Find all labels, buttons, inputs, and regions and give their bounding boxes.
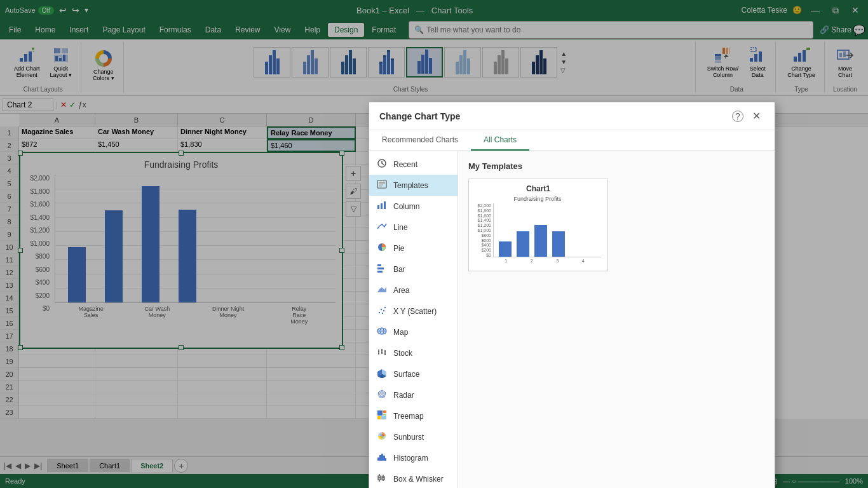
chart-type-content: My Templates Chart1 Fundraising Profits … (458, 151, 775, 419)
chart-type-recent[interactable]: Recent (369, 154, 458, 175)
ty-2000: $2,000 (478, 203, 491, 208)
template-x-2: 2 (531, 259, 533, 263)
ty-600: $600 (481, 238, 491, 243)
my-templates-label: My Templates (468, 161, 764, 171)
template-bars-wrapper: $2,000 $1,800 $1,600 $1,400 $1,200 $1,00… (474, 203, 601, 257)
map-icon (377, 326, 388, 338)
modal-header-icons: ? ✕ (732, 109, 764, 123)
ty-400: $400 (481, 243, 491, 247)
svg-rect-69 (377, 410, 383, 416)
template-x-1: 1 (505, 259, 507, 263)
chart-type-surface-label: Surface (393, 370, 419, 379)
modal-body: Recent Templates Column (369, 151, 775, 419)
svg-rect-71 (383, 414, 386, 416)
svg-rect-73 (381, 416, 386, 419)
chart-type-templates[interactable]: Templates (369, 175, 458, 196)
template-card[interactable]: Chart1 Fundraising Profits $2,000 $1,800… (468, 179, 608, 271)
modal-tabs: Recommended Charts All Charts (369, 130, 775, 151)
template-chart-title: Fundraising Profits (474, 196, 601, 202)
chart-type-xy-scatter[interactable]: X Y (Scatter) (369, 301, 458, 322)
bar-icon (377, 263, 388, 275)
template-bar-1 (499, 241, 512, 257)
xy-scatter-icon (377, 305, 388, 317)
chart-type-map-label: Map (393, 328, 408, 337)
area-icon (377, 284, 388, 296)
stock-icon (377, 347, 388, 359)
ty-1400: $1,400 (478, 218, 491, 222)
template-bar-4 (552, 231, 565, 257)
chart-type-map[interactable]: Map (369, 322, 458, 342)
change-chart-type-modal: Change Chart Type ? ✕ Recommended Charts… (369, 102, 775, 419)
modal-overlay: Change Chart Type ? ✕ Recommended Charts… (0, 0, 868, 419)
svg-point-45 (384, 307, 386, 308)
chart-type-radar[interactable]: Radar (369, 384, 458, 405)
svg-rect-31 (379, 182, 385, 184)
treemap-icon (377, 410, 388, 419)
chart-type-recent-label: Recent (393, 160, 417, 169)
svg-rect-30 (377, 180, 386, 188)
template-card-title: Chart1 (474, 184, 602, 193)
chart-type-area[interactable]: Area (369, 280, 458, 301)
ty-800: $800 (481, 233, 491, 238)
tab-all-charts[interactable]: All Charts (471, 130, 529, 151)
template-bar-3 (534, 225, 547, 257)
svg-point-43 (381, 309, 382, 310)
template-x-3: 3 (556, 259, 559, 263)
pie-icon (377, 242, 388, 254)
templates-icon (377, 179, 388, 191)
chart-type-templates-label: Templates (393, 181, 428, 190)
chart-type-pie-label: Pie (393, 244, 404, 253)
chart-type-sidebar: Recent Templates Column (369, 151, 458, 419)
ty-1000: $1,000 (478, 228, 491, 233)
svg-rect-40 (377, 271, 383, 273)
template-y-axis: $2,000 $1,800 $1,600 $1,400 $1,200 $1,00… (474, 203, 493, 257)
chart-type-stock-label: Stock (393, 349, 412, 358)
svg-marker-41 (377, 287, 386, 292)
svg-rect-36 (384, 201, 386, 209)
template-bars-area (493, 203, 601, 257)
svg-rect-35 (381, 203, 383, 209)
ty-0: $0 (486, 253, 491, 257)
ty-1600: $1,600 (478, 214, 491, 218)
chart-type-radar-label: Radar (393, 391, 414, 400)
modal-help-icon[interactable]: ? (732, 111, 743, 122)
chart-type-bar-label: Bar (393, 265, 405, 274)
chart-type-line[interactable]: Line (369, 217, 458, 238)
modal-header: Change Chart Type ? ✕ (369, 102, 775, 130)
chart-type-surface[interactable]: Surface (369, 363, 458, 384)
recent-icon (377, 158, 388, 170)
surface-icon (377, 368, 388, 380)
template-x-4: 4 (582, 259, 585, 263)
ty-200: $200 (481, 248, 491, 252)
chart-type-column-label: Column (393, 202, 419, 211)
svg-rect-38 (377, 264, 381, 266)
radar-icon (377, 389, 388, 401)
ty-1800: $1,800 (478, 208, 491, 213)
svg-rect-72 (377, 416, 381, 419)
template-bar-2 (517, 231, 529, 257)
chart-type-treemap[interactable]: Treemap (369, 405, 458, 419)
template-x-labels: 1 2 3 4 (474, 257, 601, 263)
modal-close-button[interactable]: ✕ (749, 109, 764, 123)
modal-title: Change Chart Type (379, 111, 460, 121)
chart-type-stock[interactable]: Stock (369, 342, 458, 363)
chart-type-bar[interactable]: Bar (369, 259, 458, 280)
chart-type-pie[interactable]: Pie (369, 238, 458, 259)
ty-1200: $1,200 (478, 223, 491, 227)
tab-recommended-charts[interactable]: Recommended Charts (369, 130, 471, 151)
chart-type-xy-label: X Y (Scatter) (393, 307, 437, 316)
column-icon (377, 200, 388, 212)
chart-type-treemap-label: Treemap (393, 412, 424, 419)
svg-point-44 (383, 310, 384, 311)
svg-rect-70 (383, 410, 386, 413)
svg-point-42 (379, 312, 380, 313)
chart-type-column[interactable]: Column (369, 196, 458, 217)
line-icon (377, 221, 388, 233)
svg-rect-34 (377, 205, 379, 209)
chart-type-area-label: Area (393, 286, 409, 295)
svg-point-46 (382, 313, 383, 314)
chart-type-line-label: Line (393, 223, 408, 232)
template-chart: Fundraising Profits $2,000 $1,800 $1,600… (474, 196, 601, 266)
svg-rect-39 (377, 268, 384, 269)
